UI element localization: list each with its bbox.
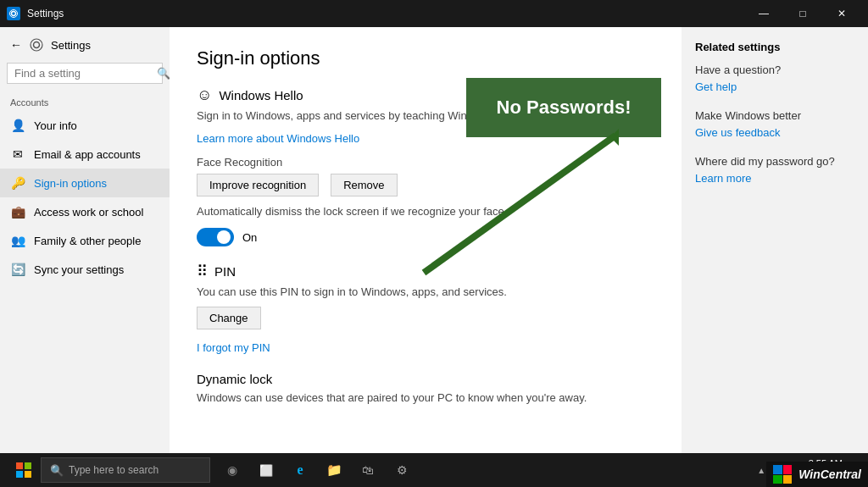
svg-rect-8 (16, 471, 23, 478)
dynamic-lock-section: Dynamic lock Windows can use devices tha… (197, 372, 654, 404)
taskbar: 🔍 Type here to search ◉ ⬜ e 📁 🛍 ⚙ ▲ 📶 🔊 … (0, 453, 868, 487)
password-section: Where did my password go? Learn more (695, 155, 854, 185)
sidebar-item-email-app-accounts[interactable]: ✉ Email & app accounts (0, 140, 170, 169)
sidebar-back-button[interactable]: ← Settings (0, 30, 170, 59)
sidebar-item-label: Family & other people (34, 235, 141, 247)
titlebar-left: Settings (7, 7, 64, 20)
titlebar-controls: — □ ✕ (744, 0, 861, 27)
get-help-link[interactable]: Get help (695, 80, 737, 93)
make-windows-better-section: Make Windows better Give us feedback (695, 109, 854, 140)
taskbar-icons: ◉ ⬜ e 📁 🛍 ⚙ (217, 453, 417, 487)
taskbar-search-box[interactable]: 🔍 Type here to search (41, 457, 210, 483)
maximize-button[interactable]: □ (783, 0, 822, 27)
start-icon (16, 462, 31, 478)
learn-more-windows-hello-link[interactable]: Learn more about Windows Hello (197, 132, 359, 145)
windows-hello-section: ☺ Windows Hello Sign in to Windows, apps… (197, 86, 654, 246)
sidebar-item-sign-in-options[interactable]: 🔑 Sign-in options (0, 169, 170, 197)
svg-point-3 (31, 39, 42, 51)
search-input[interactable] (14, 67, 157, 80)
wincentral-squares (773, 465, 792, 484)
remove-button[interactable]: Remove (331, 174, 397, 196)
have-question-section: Have a question? Get help (695, 64, 854, 94)
forgot-pin-link[interactable]: I forgot my PIN (197, 341, 270, 354)
edge-icon[interactable]: e (285, 453, 315, 487)
page-title: Sign-in options (197, 47, 654, 69)
settings-taskbar-icon[interactable]: ⚙ (387, 453, 417, 487)
start-button[interactable] (7, 453, 41, 487)
settings-app-icon (7, 7, 20, 20)
up-arrow-icon: ▲ (757, 466, 765, 475)
sidebar-item-family[interactable]: 👥 Family & other people (0, 226, 170, 255)
sidebar-item-your-info[interactable]: 👤 Your info (0, 111, 170, 140)
content-area: Sign-in options ☺ Windows Hello Sign in … (170, 27, 682, 453)
sidebar-item-sync[interactable]: 🔄 Sync your settings (0, 255, 170, 284)
sidebar-item-label: Sign-in options (34, 177, 107, 190)
give-feedback-link[interactable]: Give us feedback (695, 126, 780, 139)
taskbar-search-icon: 🔍 (50, 464, 64, 477)
email-icon: ✉ (10, 147, 25, 161)
svg-rect-6 (16, 462, 23, 469)
family-icon: 👥 (10, 234, 25, 247)
store-icon[interactable]: 🛍 (353, 453, 383, 487)
work-icon: 💼 (10, 205, 25, 219)
sidebar-item-label: Sync your settings (34, 263, 124, 276)
sidebar-item-label: Access work or school (34, 206, 143, 219)
sign-in-icon: 🔑 (10, 176, 25, 190)
change-pin-button[interactable]: Change (197, 307, 261, 329)
taskbar-search-label: Type here to search (69, 464, 159, 476)
search-icon: 🔍 (157, 67, 170, 80)
pin-desc: You can use this PIN to sign in to Windo… (197, 285, 620, 298)
face-toggle[interactable] (197, 228, 234, 246)
windows-hello-desc: Sign in to Windows, apps and services by… (197, 109, 620, 122)
sidebar-item-access-work[interactable]: 💼 Access work or school (0, 197, 170, 226)
face-recognition-label: Face Recognition (197, 156, 654, 169)
improve-recognition-button[interactable]: Improve recognition (197, 174, 319, 196)
task-view-icon[interactable]: ⬜ (251, 453, 281, 487)
back-icon: ← (10, 38, 22, 52)
dynamic-lock-desc: Windows can use devices that are paired … (197, 391, 620, 404)
svg-point-0 (12, 12, 16, 16)
toggle-on-label: On (242, 231, 257, 244)
right-panel: Related settings Have a question? Get he… (682, 27, 868, 453)
sidebar-item-label: Your info (34, 119, 77, 132)
svg-point-2 (34, 42, 40, 48)
svg-rect-9 (25, 471, 31, 478)
auto-dismiss-desc: Automatically dismiss the lock screen if… (197, 205, 620, 218)
accounts-section-label: Accounts (0, 91, 170, 111)
minimize-button[interactable]: — (744, 0, 783, 27)
file-explorer-icon[interactable]: 📁 (319, 453, 349, 487)
related-settings-title: Related settings (695, 41, 854, 53)
windows-hello-title: ☺ Windows Hello (197, 86, 654, 104)
sync-icon: 🔄 (10, 263, 25, 276)
pin-grid-icon: ⠿ (197, 262, 208, 280)
learn-more-password-link[interactable]: Learn more (695, 172, 751, 185)
settings-icon (29, 37, 44, 53)
titlebar-title: Settings (27, 8, 64, 19)
main-area: ← Settings 🔍 Accounts 👤 Your info ✉ Emai… (0, 27, 868, 453)
cortana-icon[interactable]: ◉ (217, 453, 248, 487)
svg-rect-7 (25, 462, 31, 469)
sidebar: ← Settings 🔍 Accounts 👤 Your info ✉ Emai… (0, 27, 170, 453)
close-button[interactable]: ✕ (822, 0, 861, 27)
where-password-label: Where did my password go? (695, 155, 854, 168)
wincentral-logo: WinCentral (766, 462, 868, 487)
smiley-icon: ☺ (197, 86, 212, 104)
search-box[interactable]: 🔍 (7, 63, 163, 84)
sidebar-home-label: Settings (51, 39, 91, 52)
wincentral-text-label: WinCentral (798, 468, 861, 481)
pin-title: ⠿ PIN (197, 262, 654, 280)
have-question-label: Have a question? (695, 64, 854, 76)
titlebar: Settings — □ ✕ (0, 0, 868, 27)
face-recognition-buttons: Improve recognition Remove (197, 174, 654, 196)
make-windows-better-label: Make Windows better (695, 109, 854, 122)
sidebar-item-label: Email & app accounts (34, 148, 141, 161)
pin-section: ⠿ PIN You can use this PIN to sign in to… (197, 262, 654, 355)
toggle-row: On (197, 228, 654, 246)
your-info-icon: 👤 (10, 119, 25, 132)
dynamic-lock-title: Dynamic lock (197, 372, 654, 386)
